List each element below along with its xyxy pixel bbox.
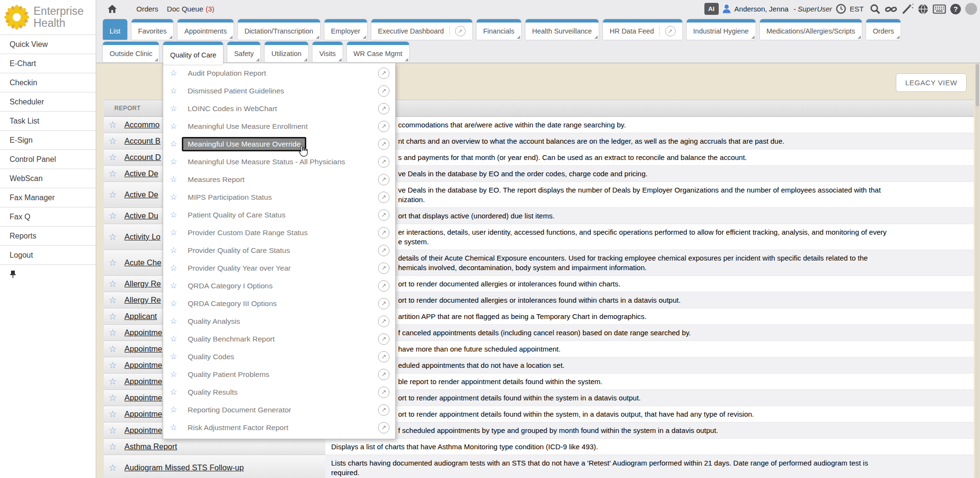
- favorite-star-icon[interactable]: [109, 153, 117, 162]
- open-report-icon[interactable]: [378, 209, 390, 221]
- favorite-star-icon[interactable]: [170, 387, 177, 397]
- tab[interactable]: Medications/Allergies/Scripts: [760, 19, 862, 40]
- report-link[interactable]: Accommo: [124, 120, 159, 129]
- menu-item[interactable]: Reporting Document Generator: [163, 401, 395, 419]
- sidebar-item[interactable]: E-Sign: [0, 130, 96, 149]
- favorite-star-icon[interactable]: [170, 317, 177, 326]
- report-link[interactable]: Appointme: [124, 377, 162, 386]
- menu-item[interactable]: Dismissed Patient Guidelines: [163, 82, 395, 100]
- menu-item[interactable]: QRDA Category I Options: [163, 277, 395, 295]
- favorite-star-icon[interactable]: [170, 246, 177, 255]
- menu-item[interactable]: Meaningful Use Measure Enrollment: [163, 117, 395, 135]
- tab[interactable]: Health Surveillance: [525, 19, 599, 40]
- favorite-star-icon[interactable]: [109, 190, 117, 199]
- favorite-star-icon[interactable]: [170, 263, 177, 273]
- menu-item[interactable]: Quality Analysis: [163, 312, 395, 330]
- favorite-star-icon[interactable]: [170, 139, 177, 148]
- vertical-scrollbar[interactable]: [975, 63, 980, 478]
- report-link[interactable]: Appointme: [124, 426, 162, 435]
- sidebar-item[interactable]: Fax Manager: [0, 188, 96, 207]
- report-link[interactable]: Active Du: [124, 211, 158, 220]
- favorite-star-icon[interactable]: [109, 328, 117, 337]
- tab[interactable]: Utilization: [265, 42, 308, 62]
- open-report-icon[interactable]: [378, 298, 390, 309]
- favorite-star-icon[interactable]: [109, 377, 117, 386]
- favorite-star-icon[interactable]: [170, 104, 177, 113]
- favorite-star-icon[interactable]: [170, 405, 177, 414]
- tab[interactable]: Financials: [477, 19, 521, 40]
- breadcrumb-doc-queue[interactable]: Doc Queue: [167, 5, 203, 13]
- favorite-star-icon[interactable]: [170, 86, 177, 95]
- tab[interactable]: Favorites: [132, 19, 174, 40]
- clock-icon[interactable]: [836, 4, 846, 14]
- menu-item[interactable]: Meaningful Use Measure Status - All Phys…: [163, 153, 395, 171]
- open-report-icon[interactable]: [378, 262, 390, 274]
- tab[interactable]: Appointments: [178, 19, 234, 40]
- open-report-icon[interactable]: [378, 174, 390, 185]
- user-name[interactable]: Anderson, Jenna: [735, 5, 789, 13]
- report-link[interactable]: Appointme: [124, 361, 162, 370]
- favorite-star-icon[interactable]: [109, 279, 117, 288]
- favorite-star-icon[interactable]: [109, 410, 117, 419]
- menu-item[interactable]: Measures Report: [163, 171, 395, 188]
- open-report-icon[interactable]: [378, 404, 390, 416]
- tab[interactable]: Visits: [312, 42, 342, 62]
- menu-item[interactable]: Provider Quality of Care Status: [163, 241, 395, 259]
- tab[interactable]: HR Data Feed: [603, 19, 682, 40]
- menu-item[interactable]: MIPS Participation Status: [163, 188, 395, 206]
- tab[interactable]: Orders: [866, 19, 901, 40]
- globe-icon[interactable]: [917, 3, 929, 15]
- menu-item[interactable]: Quality Benchmark Report: [163, 330, 395, 348]
- tab[interactable]: Industrial Hygiene: [687, 19, 756, 40]
- sidebar-item[interactable]: Fax Q: [0, 207, 96, 226]
- open-report-icon[interactable]: [378, 387, 390, 398]
- favorite-star-icon[interactable]: [170, 334, 177, 343]
- scrollbar-thumb[interactable]: [976, 64, 979, 106]
- link-icon[interactable]: [885, 3, 897, 15]
- favorite-star-icon[interactable]: [170, 370, 177, 379]
- avatar[interactable]: [965, 3, 977, 15]
- favorite-star-icon[interactable]: [170, 157, 177, 166]
- report-link[interactable]: Activity Lo: [124, 232, 160, 241]
- keyboard-icon[interactable]: [933, 4, 946, 14]
- ai-badge[interactable]: AI: [704, 3, 719, 15]
- menu-item[interactable]: Quality Codes: [163, 348, 395, 365]
- report-link[interactable]: Asthma Report: [124, 442, 177, 451]
- favorite-star-icon[interactable]: [109, 361, 117, 370]
- tab[interactable]: Dictation/Transcription: [238, 19, 320, 40]
- favorite-star-icon[interactable]: [109, 344, 117, 353]
- breadcrumb-orders[interactable]: Orders: [136, 5, 158, 13]
- open-new-view-icon[interactable]: [449, 26, 466, 36]
- favorite-star-icon[interactable]: [109, 169, 117, 178]
- report-link[interactable]: Active De: [124, 169, 158, 178]
- home-icon[interactable]: [107, 4, 117, 13]
- wand-icon[interactable]: [901, 3, 913, 15]
- favorite-star-icon[interactable]: [170, 423, 177, 432]
- search-icon[interactable]: [869, 3, 881, 15]
- report-link[interactable]: Active De: [124, 190, 158, 199]
- menu-item[interactable]: Meaningful Use Measure Override: [163, 135, 395, 153]
- tab[interactable]: Quality of Care: [163, 42, 223, 65]
- menu-item[interactable]: Quality Results: [163, 383, 395, 401]
- open-report-icon[interactable]: [378, 245, 390, 256]
- open-report-icon[interactable]: [378, 121, 390, 132]
- favorite-star-icon[interactable]: [109, 312, 117, 321]
- menu-item[interactable]: Quality Patient Problems: [163, 365, 395, 383]
- sidebar-item[interactable]: Reports: [0, 226, 96, 245]
- sidebar-item[interactable]: E-Chart: [0, 54, 96, 73]
- report-link[interactable]: Appointme: [124, 328, 162, 337]
- open-report-icon[interactable]: [378, 351, 390, 363]
- favorite-star-icon[interactable]: [170, 68, 177, 78]
- sidebar-item[interactable]: Scheduler: [0, 92, 96, 111]
- open-report-icon[interactable]: [378, 68, 390, 79]
- report-link[interactable]: Appointme: [124, 410, 162, 419]
- report-link[interactable]: Appointme: [124, 344, 162, 353]
- sidebar-item[interactable]: Quick View: [0, 34, 96, 54]
- favorite-star-icon[interactable]: [109, 393, 117, 402]
- menu-item[interactable]: Audit Population Report: [163, 64, 395, 82]
- tab[interactable]: Outside Clinic: [103, 42, 159, 62]
- favorite-star-icon[interactable]: [109, 137, 117, 146]
- open-report-icon[interactable]: [378, 156, 390, 168]
- favorite-star-icon[interactable]: [170, 299, 177, 308]
- open-report-icon[interactable]: [378, 280, 390, 292]
